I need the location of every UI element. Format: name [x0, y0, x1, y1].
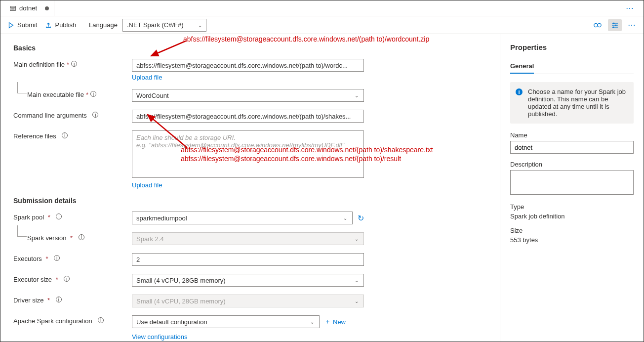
editor-tab[interactable]: dotnet [4, 0, 54, 16]
info-icon[interactable]: i [92, 112, 98, 118]
info-icon[interactable]: i [62, 132, 68, 138]
info-icon: i [515, 88, 523, 96]
related-icon[interactable] [593, 21, 602, 30]
size-value: 553 bytes [510, 236, 634, 244]
desc-textarea[interactable] [510, 170, 634, 195]
info-icon[interactable]: i [71, 61, 77, 67]
executor-size-value: Small (4 vCPU, 28GB memory) [136, 277, 226, 284]
form-panel: abfss://filesystem@storageaccount.dfs.co… [0, 34, 500, 342]
info-icon[interactable]: i [98, 317, 104, 323]
driver-size-select: Small (4 vCPU, 28GB memory) ⌄ [132, 295, 364, 307]
tab-more-icon[interactable]: ⋯ [626, 3, 640, 13]
main-exec-label: Main executable file*i [13, 89, 132, 102]
main-def-input[interactable] [132, 59, 364, 72]
modified-indicator-icon [45, 6, 49, 10]
size-label: Size [510, 227, 634, 234]
submission-title: Submission details [13, 197, 487, 205]
info-text: Choose a name for your Spark job definit… [528, 88, 626, 118]
driver-size-label: Driver size * i [13, 295, 132, 307]
type-value: Spark job definition [510, 213, 634, 220]
language-select[interactable]: .NET Spark (C#/F#) ⌄ [122, 19, 206, 32]
svg-point-12 [613, 26, 614, 28]
chevron-down-icon: ⌄ [310, 319, 314, 325]
publish-label: Publish [55, 21, 76, 29]
properties-panel: Properties General i Choose a name for y… [500, 34, 644, 342]
cmd-args-label: Command line arguments i [13, 110, 132, 123]
plus-icon: ＋ [324, 317, 331, 326]
svg-point-10 [615, 24, 617, 26]
info-icon[interactable]: i [79, 234, 84, 240]
publish-button[interactable]: Publish [45, 21, 76, 29]
language-label: Language [89, 21, 118, 29]
submit-label: Submit [17, 21, 37, 29]
language-group: Language .NET Spark (C#/F#) ⌄ [89, 19, 206, 32]
info-icon[interactable]: i [90, 91, 96, 97]
spark-version-select: Spark 2.4 ⌄ [132, 232, 364, 245]
spark-pool-value: sparkmediumpool [136, 214, 187, 222]
tab-general[interactable]: General [510, 59, 534, 74]
spark-version-label: Spark version * i [13, 232, 132, 245]
spark-config-select[interactable]: Use default configuration ⌄ [132, 315, 320, 328]
info-box: i Choose a name for your Spark job defin… [510, 82, 634, 124]
name-input[interactable] [510, 141, 634, 154]
more-icon[interactable]: ⋯ [628, 20, 637, 30]
chevron-down-icon: ⌄ [355, 93, 359, 98]
ref-files-label: Reference files i [13, 130, 132, 189]
main-def-label: Main definition file*i [13, 59, 132, 81]
spark-pool-select[interactable]: sparkmediumpool ⌄ [132, 212, 353, 224]
svg-point-8 [613, 22, 615, 24]
chevron-down-icon: ⌄ [355, 278, 359, 283]
svg-text:i: i [518, 89, 520, 95]
toolbar: Submit Publish Language .NET Spark (C#/F… [0, 16, 644, 34]
main-exec-select[interactable]: WordCount ⌄ [132, 89, 364, 102]
basics-title: Basics [13, 44, 487, 52]
svg-marker-4 [9, 22, 13, 28]
info-icon[interactable]: i [54, 255, 60, 261]
executor-size-select[interactable]: Small (4 vCPU, 28GB memory) ⌄ [132, 274, 364, 287]
tab-bar: dotnet ⋯ [0, 0, 644, 16]
spark-pool-label: Spark pool * i [13, 212, 132, 224]
tab-title: dotnet [19, 4, 37, 12]
new-config-button[interactable]: ＋ New [324, 317, 346, 326]
driver-size-value: Small (4 vCPU, 28GB memory) [136, 298, 226, 305]
info-icon[interactable]: i [64, 276, 70, 282]
upload-file-link-2[interactable]: Upload file [132, 181, 162, 189]
settings-icon[interactable] [608, 19, 622, 31]
executor-size-label: Executor size * i [13, 274, 132, 287]
chevron-down-icon: ⌄ [355, 299, 359, 304]
svg-point-6 [598, 23, 601, 27]
refresh-icon[interactable]: ↻ [358, 214, 364, 223]
play-icon [7, 22, 14, 29]
executors-label: Executors * i [13, 253, 132, 266]
publish-icon [45, 22, 52, 29]
info-icon[interactable]: i [56, 214, 62, 219]
chevron-down-icon: ⌄ [198, 22, 202, 28]
info-icon[interactable]: i [56, 297, 62, 302]
upload-file-link[interactable]: Upload file [132, 74, 162, 81]
annotation-main-def: abfss://filesystem@storageaccount.dfs.co… [183, 35, 429, 43]
desc-label: Description [510, 161, 634, 168]
svg-point-5 [594, 23, 598, 27]
submit-button[interactable]: Submit [7, 21, 37, 29]
executors-input[interactable] [132, 253, 364, 266]
name-label: Name [510, 131, 634, 139]
language-value: .NET Spark (C#/F#) [127, 21, 184, 29]
properties-tabs: General [510, 59, 634, 74]
properties-title: Properties [510, 43, 634, 51]
type-label: Type [510, 203, 634, 211]
chevron-down-icon: ⌄ [355, 236, 359, 242]
spark-config-label: Apache Spark configuration i [13, 315, 132, 328]
chevron-down-icon: ⌄ [343, 215, 347, 221]
ref-files-textarea[interactable] [132, 130, 364, 178]
main-exec-value: WordCount [136, 92, 169, 99]
view-configs-link[interactable]: View configurations [132, 333, 188, 341]
cmd-args-input[interactable] [132, 110, 364, 123]
spark-version-value: Spark 2.4 [136, 235, 164, 243]
job-icon [9, 5, 16, 12]
spark-config-value: Use default configuration [136, 318, 207, 326]
